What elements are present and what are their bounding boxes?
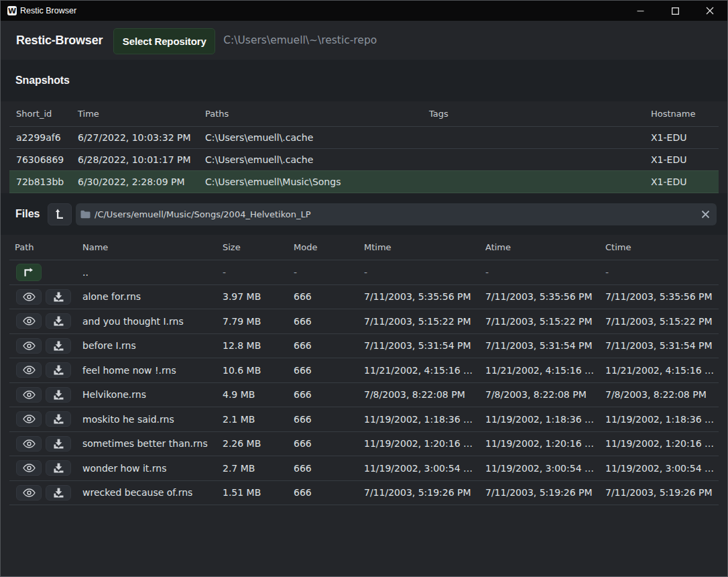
file-mode: 666 bbox=[294, 340, 364, 351]
snapshot-short-id: a2299af6 bbox=[16, 132, 78, 143]
clear-path-button[interactable] bbox=[694, 203, 717, 225]
column-header-tags: Tags bbox=[429, 109, 651, 119]
snapshot-short-id: 72b813bb bbox=[16, 176, 78, 187]
restore-file-button[interactable] bbox=[46, 362, 71, 378]
file-name: alone for.rns bbox=[82, 291, 223, 302]
preview-file-button[interactable] bbox=[16, 411, 42, 427]
restore-file-button[interactable] bbox=[46, 313, 71, 329]
column-header-name: Name bbox=[82, 242, 223, 252]
restore-file-button[interactable] bbox=[46, 338, 71, 354]
file-size: 12.8 MB bbox=[223, 340, 294, 351]
file-size: 1.51 MB bbox=[223, 487, 294, 498]
eye-icon bbox=[23, 366, 36, 374]
preview-file-button[interactable] bbox=[16, 313, 42, 329]
parent-row-actions bbox=[15, 264, 82, 281]
app-title: Restic-Browser bbox=[16, 34, 103, 48]
level-up-button[interactable] bbox=[48, 203, 72, 225]
file-row[interactable]: wonder how it.rns2.7 MB66611/19/2002, 3:… bbox=[9, 456, 719, 481]
restore-file-button[interactable] bbox=[46, 460, 71, 476]
snapshots-table: Short_idTimePathsTagsHostname a2299af66/… bbox=[1, 101, 727, 193]
app-icon: W bbox=[7, 6, 17, 15]
preview-file-button[interactable] bbox=[16, 436, 42, 452]
file-mode: 666 bbox=[294, 389, 364, 400]
file-row[interactable]: and you thought I.rns7.79 MB6667/11/2003… bbox=[9, 309, 719, 334]
file-atime: 7/11/2003, 5:19:26 PM bbox=[485, 487, 605, 498]
close-button[interactable] bbox=[692, 1, 727, 21]
file-mtime: - bbox=[364, 267, 485, 278]
file-mtime: 11/21/2002, 4:15:16 … bbox=[364, 365, 485, 376]
preview-file-button[interactable] bbox=[16, 387, 42, 403]
file-row[interactable]: alone for.rns3.97 MB6667/11/2003, 5:35:5… bbox=[9, 285, 719, 310]
file-row-actions bbox=[15, 460, 82, 476]
file-ctime: 11/19/2002, 1:18:36 … bbox=[605, 414, 719, 425]
minimize-button[interactable] bbox=[623, 1, 658, 21]
file-mtime: 11/19/2002, 1:18:36 … bbox=[364, 414, 485, 425]
file-name: moskito he said.rns bbox=[82, 414, 223, 425]
file-atime: 7/11/2003, 5:31:54 PM bbox=[485, 340, 605, 351]
file-mtime: 7/8/2003, 8:22:08 PM bbox=[364, 389, 485, 400]
eye-icon bbox=[23, 439, 36, 448]
file-row[interactable]: before I.rns12.8 MB6667/11/2003, 5:31:54… bbox=[9, 334, 719, 359]
file-row[interactable]: wrecked because of.rns1.51 MB6667/11/200… bbox=[9, 481, 719, 506]
download-icon bbox=[54, 341, 64, 351]
file-size: 4.9 MB bbox=[223, 389, 294, 400]
column-header-mode: Mode bbox=[294, 242, 364, 252]
download-icon bbox=[54, 414, 64, 424]
restore-file-button[interactable] bbox=[46, 436, 71, 452]
file-atime: 11/19/2002, 1:20:16 … bbox=[485, 438, 605, 449]
file-atime: 7/11/2003, 5:15:22 PM bbox=[485, 316, 605, 327]
file-row-actions bbox=[15, 313, 82, 329]
column-header-time: Time bbox=[78, 109, 205, 119]
file-name: sometimes better than.rns bbox=[82, 438, 223, 449]
download-icon bbox=[54, 292, 64, 302]
select-repository-button[interactable]: Select Repository bbox=[113, 28, 215, 54]
snapshot-time: 6/28/2022, 10:01:17 PM bbox=[78, 154, 205, 165]
file-mtime: 11/19/2002, 3:00:54 … bbox=[364, 463, 485, 474]
preview-file-button[interactable] bbox=[16, 338, 42, 354]
column-header-atime: Atime bbox=[485, 242, 605, 252]
maximize-button[interactable] bbox=[658, 1, 692, 21]
file-row-actions bbox=[15, 411, 82, 427]
eye-icon bbox=[23, 390, 36, 399]
snapshot-time: 6/27/2022, 10:03:32 PM bbox=[78, 132, 205, 143]
minimize-icon bbox=[637, 7, 644, 15]
file-row[interactable]: sometimes better than.rns2.26 MB66611/19… bbox=[9, 432, 719, 457]
snapshot-row-selected[interactable]: 72b813bb6/30/2022, 2:28:09 PMC:\Users\em… bbox=[9, 171, 719, 193]
current-path-input[interactable]: /C/Users/emuell/Music/Songs/2004_Helveti… bbox=[76, 203, 717, 225]
snapshots-title: Snapshots bbox=[15, 74, 70, 87]
file-mtime: 7/11/2003, 5:19:26 PM bbox=[364, 487, 485, 498]
preview-file-button[interactable] bbox=[16, 460, 42, 476]
restore-file-button[interactable] bbox=[46, 485, 71, 501]
go-up-button[interactable] bbox=[16, 264, 42, 281]
file-mode: 666 bbox=[294, 487, 364, 498]
preview-file-button[interactable] bbox=[16, 362, 42, 378]
column-header-paths: Paths bbox=[205, 109, 429, 119]
snapshot-row[interactable]: a2299af66/27/2022, 10:03:32 PMC:\Users\e… bbox=[9, 127, 719, 149]
snapshot-time: 6/30/2022, 2:28:09 PM bbox=[78, 176, 205, 187]
eye-icon bbox=[23, 293, 36, 301]
preview-file-button[interactable] bbox=[16, 485, 42, 501]
file-name: Helvikone.rns bbox=[82, 389, 223, 400]
file-row[interactable]: feel home now !.rns10.6 MB66611/21/2002,… bbox=[9, 358, 719, 383]
maximize-icon bbox=[672, 7, 679, 15]
parent-directory-row[interactable]: ..----- bbox=[9, 260, 719, 285]
file-row[interactable]: Helvikone.rns4.9 MB6667/8/2003, 8:22:08 … bbox=[9, 383, 719, 408]
restore-file-button[interactable] bbox=[46, 289, 71, 305]
restore-file-button[interactable] bbox=[46, 411, 71, 427]
column-header-size: Size bbox=[223, 242, 294, 252]
snapshot-row[interactable]: 763068696/28/2022, 10:01:17 PMC:\Users\e… bbox=[9, 149, 719, 171]
file-atime: 11/19/2002, 1:18:36 … bbox=[485, 414, 605, 425]
files-toolbar: Files /C/Users/emuell/Music/Songs/2004_H… bbox=[1, 193, 727, 235]
file-mtime: 11/19/2002, 1:20:16 … bbox=[364, 438, 485, 449]
preview-file-button[interactable] bbox=[16, 289, 42, 305]
file-ctime: 11/19/2002, 1:20:16 … bbox=[605, 438, 719, 449]
file-mtime: 7/11/2003, 5:15:22 PM bbox=[364, 316, 485, 327]
file-mode: 666 bbox=[294, 291, 364, 302]
file-atime: 7/11/2003, 5:35:56 PM bbox=[485, 291, 605, 302]
snapshots-header-row: Short_idTimePathsTagsHostname bbox=[9, 101, 719, 127]
file-atime: 7/8/2003, 8:22:08 PM bbox=[485, 389, 605, 400]
file-row[interactable]: moskito he said.rns2.1 MB66611/19/2002, … bbox=[9, 407, 719, 432]
column-header-hostname: Hostname bbox=[651, 109, 719, 119]
snapshot-hostname: X1-EDU bbox=[651, 132, 719, 143]
restore-file-button[interactable] bbox=[46, 387, 71, 403]
